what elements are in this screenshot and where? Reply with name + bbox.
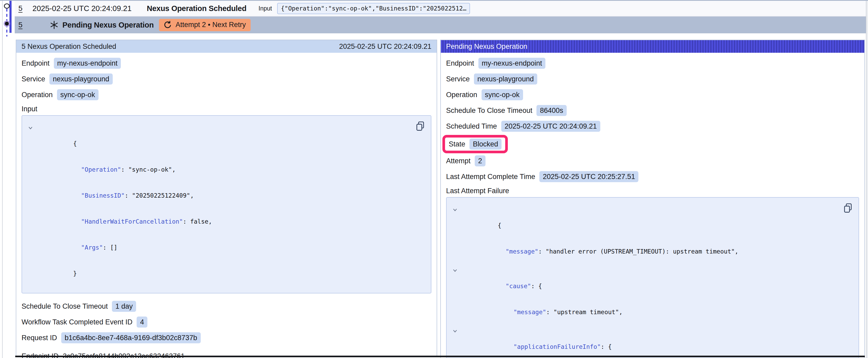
state-row-container: State Blocked — [446, 136, 859, 155]
field-value-pill: sync-op-ok — [57, 89, 98, 100]
code-line: } — [27, 261, 425, 287]
chevron-down-icon[interactable] — [453, 206, 458, 211]
field-label: Last Attempt Complete Time — [446, 173, 535, 181]
field-attempt: Attempt 2 — [446, 155, 859, 166]
field-state: State Blocked — [449, 138, 501, 150]
failure-json-viewer: { "message": "handler error (UPSTREAM_TI… — [446, 197, 859, 358]
code-line: "Operation": "sync-op-ok", — [27, 157, 425, 183]
field-label: State — [449, 140, 465, 148]
event-open-dot-icon[interactable] — [4, 4, 9, 8]
field-label: Service — [446, 75, 470, 83]
event-selected-dot-icon[interactable] — [5, 22, 9, 26]
field-label: Scheduled Time — [446, 122, 497, 130]
event-timeline — [0, 1, 15, 43]
page-left-border — [2, 1, 3, 358]
code-line: "applicationFailureInfo": { — [452, 325, 852, 358]
event-row-pending[interactable]: 5 Pending Nexus Operation Attempt 2 • Ne… — [15, 17, 866, 33]
field-value-pill: my-nexus-endpoint — [478, 58, 546, 69]
state-highlight-annotation: State Blocked — [442, 135, 508, 153]
field-service: Service nexus-playground — [22, 73, 431, 85]
pending-operation-panel: Pending Nexus Operation Endpoint my-nexu… — [440, 40, 865, 358]
field-request-id: Request ID b1c6a4bc-8ee7-468a-9169-df3b0… — [22, 332, 431, 343]
chevron-down-icon[interactable] — [453, 267, 458, 272]
field-label: Schedule To Close Timeout — [446, 106, 532, 115]
field-value-pill: 2025-02-25 UTC 20:25:27.51 — [539, 171, 639, 182]
field-label: Service — [22, 75, 45, 83]
field-schedule-to-close-timeout: Schedule To Close Timeout 1 day — [22, 301, 431, 312]
code-line: "message": "handler error (UPSTREAM_TIME… — [452, 238, 852, 265]
event-name: Nexus Operation Scheduled — [147, 4, 246, 13]
field-value-pill: 2025-02-25 UTC 20:24:09.21 — [501, 121, 600, 132]
field-workflow-task-completed-event-id: Workflow Task Completed Event ID 4 — [22, 317, 431, 328]
input-section-label: Input — [22, 105, 431, 113]
scheduled-panel-body: Endpoint my-nexus-endpoint Service nexus… — [16, 53, 437, 358]
field-label: Request ID — [22, 334, 57, 342]
input-label: Input — [258, 5, 272, 12]
field-label: Endpoint — [22, 59, 50, 67]
field-service: Service nexus-playground — [446, 73, 859, 85]
failure-section-label: Last Attempt Failure — [446, 187, 859, 195]
field-value-pill: 2 — [475, 155, 486, 166]
event-id-link[interactable]: 5 — [19, 4, 23, 12]
field-operation: Operation sync-op-ok — [446, 89, 859, 100]
code-line: "message": "upstream timeout", — [452, 299, 852, 325]
field-schedule-to-close-timeout: Schedule To Close Timeout 86400s — [446, 105, 859, 116]
pending-asterisk-icon — [50, 21, 58, 29]
scheduled-event-panel: 5 Nexus Operation Scheduled 2025-02-25 U… — [16, 40, 437, 356]
timeline-active-bar — [9, 1, 11, 33]
scheduled-panel-title: 5 Nexus Operation Scheduled — [22, 40, 116, 53]
field-value-pill: b1c6a4bc-8ee7-468a-9169-df3b02c8737b — [61, 332, 200, 343]
field-last-attempt-complete-time: Last Attempt Complete Time 2025-02-25 UT… — [446, 171, 859, 182]
field-operation: Operation sync-op-ok — [22, 89, 431, 100]
code-line: "Args": [] — [27, 235, 425, 261]
retry-badge-text: Attempt 2 • Next Retry — [176, 21, 246, 29]
field-label: Operation — [446, 91, 477, 99]
field-label: Schedule To Close Timeout — [22, 302, 108, 311]
code-line: "BusinessID": "20250225122409", — [27, 183, 425, 209]
retry-icon — [164, 21, 172, 29]
code-line: "HandlerWaitForCancellation": false, — [27, 209, 425, 235]
field-label: Operation — [22, 91, 53, 99]
input-preview-pill[interactable]: {"Operation":"sync-op-ok","BusinessID":"… — [277, 3, 470, 14]
field-value-pill: 1 day — [112, 301, 136, 312]
pending-panel-header: Pending Nexus Operation — [441, 40, 864, 53]
chevron-down-icon[interactable] — [28, 124, 33, 130]
field-scheduled-time: Scheduled Time 2025-02-25 UTC 20:24:09.2… — [446, 121, 859, 132]
code-line: { — [452, 204, 852, 238]
scheduled-panel-timestamp: 2025-02-25 UTC 20:24:09.21 — [339, 40, 431, 53]
field-value-pill: my-nexus-endpoint — [54, 58, 121, 69]
field-label: Endpoint — [446, 59, 474, 67]
field-label: Attempt — [446, 157, 470, 165]
field-value-pill: sync-op-ok — [482, 89, 523, 100]
page-right-edge — [866, 1, 868, 358]
field-value-pill: 4 — [136, 317, 147, 328]
pending-panel-title: Pending Nexus Operation — [446, 40, 527, 53]
event-id-link[interactable]: 5 — [19, 21, 23, 29]
event-timestamp: 2025-02-25 UTC 20:24:09.21 — [33, 4, 132, 13]
event-row-scheduled[interactable]: 5 2025-02-25 UTC 20:24:09.21 Nexus Opera… — [15, 1, 866, 17]
field-value-pill: 86400s — [536, 105, 567, 116]
field-label: Workflow Task Completed Event ID — [22, 318, 132, 326]
field-value-pill: nexus-playground — [474, 73, 537, 85]
field-endpoint: Endpoint my-nexus-endpoint — [446, 58, 859, 69]
field-endpoint: Endpoint my-nexus-endpoint — [22, 58, 431, 69]
input-json-viewer: { "Operation": "sync-op-ok", "BusinessID… — [22, 115, 431, 293]
field-value-pill: nexus-playground — [50, 73, 113, 85]
pending-event-title: Pending Nexus Operation — [63, 21, 154, 29]
scheduled-panel-header: 5 Nexus Operation Scheduled 2025-02-25 U… — [16, 40, 437, 53]
retry-attempt-badge: Attempt 2 • Next Retry — [159, 19, 251, 31]
state-value-pill: Blocked — [469, 138, 501, 150]
workflow-history-page: 5 2025-02-25 UTC 20:24:09.21 Nexus Opera… — [0, 0, 868, 358]
chevron-down-icon[interactable] — [453, 328, 458, 333]
code-line: "cause": { — [452, 265, 852, 299]
code-line: { — [27, 122, 425, 157]
section-divider-line — [15, 356, 865, 357]
pending-panel-body: Endpoint my-nexus-endpoint Service nexus… — [441, 53, 864, 358]
